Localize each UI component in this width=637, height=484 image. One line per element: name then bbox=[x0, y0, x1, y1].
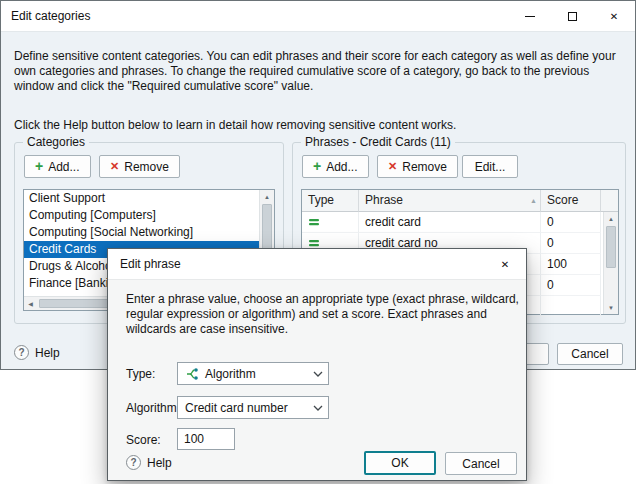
categories-remove-button[interactable]: ✕ Remove bbox=[99, 155, 180, 178]
phrases-groupbox-label: Phrases - Credit Cards (11) bbox=[301, 135, 455, 149]
column-header-type[interactable]: Type bbox=[302, 190, 359, 212]
score-cell: 0 bbox=[541, 212, 601, 233]
help-hint-paragraph: Click the Help button below to learn in … bbox=[14, 118, 624, 133]
scroll-down-icon[interactable]: ▼ bbox=[604, 301, 618, 314]
edit-phrase-description: Enter a phrase value, choose an appropri… bbox=[126, 292, 520, 337]
table-row[interactable]: credit card 0 bbox=[302, 212, 618, 233]
score-cell: 100 bbox=[541, 254, 601, 275]
categories-add-button[interactable]: + Add... bbox=[24, 155, 91, 178]
chevron-down-icon bbox=[313, 371, 323, 377]
score-input[interactable] bbox=[177, 428, 235, 450]
add-icon: + bbox=[35, 159, 43, 173]
column-header-phrase[interactable]: Phrase ▲ bbox=[359, 190, 541, 212]
remove-icon: ✕ bbox=[388, 161, 397, 172]
scrollbar-thumb[interactable] bbox=[262, 204, 272, 252]
window-controls: ✕ bbox=[509, 1, 635, 31]
window-title: Edit categories bbox=[1, 9, 90, 23]
type-label: Type: bbox=[126, 367, 155, 381]
categories-add-label: Add... bbox=[48, 160, 79, 174]
type-dropdown-value: Algorithm bbox=[205, 367, 256, 381]
scroll-up-icon[interactable]: ▲ bbox=[260, 190, 274, 203]
minimize-button[interactable] bbox=[509, 1, 551, 31]
edit-phrase-help-button[interactable]: ? Help bbox=[126, 455, 172, 470]
close-button[interactable]: ✕ bbox=[593, 1, 635, 31]
score-cell: 0 bbox=[541, 233, 601, 254]
maximize-icon bbox=[568, 12, 577, 21]
phrase-type-cell bbox=[302, 212, 359, 233]
edit-phrase-titlebar: Edit phrase ✕ bbox=[108, 249, 526, 279]
intro-paragraph: Define sensitive content categories. You… bbox=[14, 49, 624, 94]
minimize-icon bbox=[525, 16, 535, 17]
edit-phrase-title: Edit phrase bbox=[108, 257, 181, 271]
edit-phrase-cancel-button[interactable]: Cancel bbox=[445, 452, 517, 475]
close-icon: ✕ bbox=[501, 259, 509, 270]
titlebar: Edit categories ✕ bbox=[1, 1, 635, 31]
list-item-computing-social-networking[interactable]: Computing [Social Networking] bbox=[24, 224, 259, 241]
column-header-phrase-label: Phrase bbox=[365, 193, 403, 207]
scrollbar-thumb[interactable] bbox=[606, 226, 616, 268]
help-label: Help bbox=[147, 456, 172, 470]
help-icon: ? bbox=[14, 345, 29, 360]
algorithm-icon bbox=[185, 367, 199, 381]
scroll-up-icon[interactable]: ▲ bbox=[604, 212, 618, 225]
column-header-score[interactable]: Score bbox=[541, 190, 601, 212]
phrases-vertical-scrollbar[interactable]: ▲ ▼ bbox=[603, 212, 618, 314]
phrases-add-button[interactable]: + Add... bbox=[302, 155, 369, 178]
edit-phrase-dialog: Edit phrase ✕ Enter a phrase value, choo… bbox=[107, 248, 527, 481]
list-item-computing-computers[interactable]: Computing [Computers] bbox=[24, 207, 259, 224]
edit-phrase-close-button[interactable]: ✕ bbox=[484, 249, 526, 279]
phrases-edit-button[interactable]: Edit... bbox=[462, 155, 518, 178]
algorithm-dropdown[interactable]: Credit card number bbox=[177, 396, 329, 419]
cancel-button[interactable]: Cancel bbox=[557, 343, 623, 365]
phrases-remove-button[interactable]: ✕ Remove bbox=[377, 155, 458, 178]
list-item-client-support[interactable]: Client Support bbox=[24, 190, 259, 207]
exact-phrase-icon bbox=[308, 216, 320, 228]
help-label: Help bbox=[35, 346, 60, 360]
table-header-row: Type Phrase ▲ Score bbox=[302, 190, 618, 212]
column-header-filler bbox=[601, 190, 618, 212]
chevron-down-icon bbox=[313, 405, 323, 411]
score-cell: 0 bbox=[541, 275, 601, 296]
phrases-remove-label: Remove bbox=[402, 160, 447, 174]
algorithm-dropdown-value: Credit card number bbox=[185, 401, 288, 415]
algorithm-label: Algorithm: bbox=[126, 401, 180, 415]
categories-remove-label: Remove bbox=[124, 160, 169, 174]
phrase-cell: credit card bbox=[359, 212, 541, 233]
maximize-button[interactable] bbox=[551, 1, 593, 31]
type-dropdown[interactable]: Algorithm bbox=[177, 362, 329, 385]
remove-icon: ✕ bbox=[110, 161, 119, 172]
categories-groupbox-label: Categories bbox=[23, 135, 89, 149]
score-label: Score: bbox=[126, 433, 161, 447]
scroll-left-icon[interactable]: ◀ bbox=[24, 297, 37, 310]
edit-phrase-ok-button[interactable]: OK bbox=[364, 451, 436, 475]
sort-ascending-icon: ▲ bbox=[530, 190, 537, 212]
help-icon: ? bbox=[126, 455, 141, 470]
score-cell bbox=[541, 296, 601, 317]
edit-phrase-body: Enter a phrase value, choose an appropri… bbox=[108, 279, 526, 480]
phrases-add-label: Add... bbox=[326, 160, 357, 174]
close-icon: ✕ bbox=[610, 11, 618, 22]
add-icon: + bbox=[313, 159, 321, 173]
help-button[interactable]: ? Help bbox=[14, 345, 60, 360]
